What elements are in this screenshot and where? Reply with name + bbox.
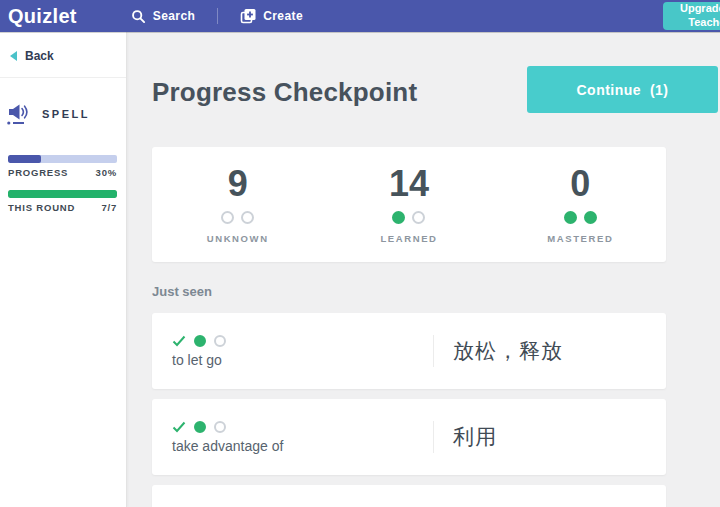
progress-value: 30% (96, 167, 117, 178)
just-seen-heading: Just seen (152, 284, 212, 299)
nav-search-label: Search (153, 9, 195, 23)
dot-icon (564, 211, 577, 224)
term-text: take advantage of (172, 438, 433, 454)
round-value: 7/7 (101, 202, 117, 213)
term-cell (152, 485, 433, 507)
dot-icon (194, 421, 206, 433)
stat-mastered-value: 0 (570, 166, 590, 202)
stat-mastered: 0 MASTERED (495, 166, 666, 244)
stat-mastered-dots (564, 211, 597, 224)
progress-caption: PROGRESS 30% (8, 167, 117, 178)
check-icon (172, 421, 186, 433)
dot-icon (584, 211, 597, 224)
term-text: to let go (172, 352, 433, 368)
term-cell: to let go (152, 313, 433, 389)
main-content: Progress Checkpoint Continue (1) 9 UNKNO… (127, 32, 720, 507)
progress-label: PROGRESS (8, 167, 68, 178)
page-title: Progress Checkpoint (152, 77, 417, 108)
back-button[interactable]: Back (10, 49, 54, 63)
stat-learned-value: 14 (389, 166, 429, 202)
round-bar (8, 190, 117, 198)
continue-button[interactable]: Continue (1) (527, 66, 718, 113)
app-root: Quizlet Search Create Upgrade to Teacher… (0, 0, 720, 507)
term-cell: take advantage of (152, 399, 433, 475)
progress-bar-fill (8, 155, 41, 163)
definition-cell: 利用 (434, 399, 666, 475)
dot-icon (214, 335, 226, 347)
mode-spell-label: SPELL (42, 108, 90, 120)
dot-icon (221, 211, 234, 224)
stat-unknown-label: UNKNOWN (207, 233, 269, 244)
definition-text: 放松，释放 (453, 337, 563, 365)
upgrade-teacher-button[interactable]: Upgrade to Teacher (663, 2, 720, 30)
stats-card: 9 UNKNOWN 14 LEARNED 0 (152, 147, 666, 262)
term-row (152, 485, 666, 507)
sidebar-divider (0, 77, 126, 78)
round-label: THIS ROUND (8, 202, 75, 213)
stat-learned: 14 LEARNED (323, 166, 494, 244)
round-bar-fill (8, 190, 117, 198)
dot-icon (194, 335, 206, 347)
stat-learned-dots (392, 211, 425, 224)
mode-spell: SPELL (7, 102, 90, 125)
stat-learned-label: LEARNED (380, 233, 437, 244)
term-row: to let go 放松，释放 (152, 313, 666, 389)
stat-unknown-dots (221, 211, 254, 224)
nav-divider (217, 8, 218, 24)
sidebar: Back SPELL PROGRESS 30% (0, 32, 127, 507)
definition-text: 利用 (453, 423, 497, 451)
nav-create[interactable]: Create (240, 8, 303, 24)
term-row: take advantage of 利用 (152, 399, 666, 475)
definition-cell: 放松，释放 (434, 313, 666, 389)
stat-unknown-value: 9 (228, 166, 248, 202)
term-status-icons (172, 335, 433, 347)
dot-icon (214, 421, 226, 433)
nav-create-label: Create (263, 9, 303, 23)
dot-icon (392, 211, 405, 224)
speaker-icon (7, 102, 32, 125)
dot-icon (241, 211, 254, 224)
top-navbar: Quizlet Search Create Upgrade to Teacher (0, 0, 720, 32)
create-icon (240, 8, 256, 24)
just-seen-list: to let go 放松，释放 take advantage (152, 313, 666, 507)
nav-search[interactable]: Search (131, 9, 195, 24)
check-icon (172, 335, 186, 347)
stat-mastered-label: MASTERED (547, 233, 613, 244)
definition-cell (434, 485, 666, 507)
search-icon (131, 9, 146, 24)
back-label: Back (25, 49, 54, 63)
quizlet-logo[interactable]: Quizlet (8, 5, 77, 28)
back-arrow-icon (10, 51, 17, 61)
round-caption: THIS ROUND 7/7 (8, 202, 117, 213)
term-status-icons (172, 421, 433, 433)
stat-unknown: 9 UNKNOWN (152, 166, 323, 244)
progress-bar (8, 155, 117, 163)
dot-icon (412, 211, 425, 224)
